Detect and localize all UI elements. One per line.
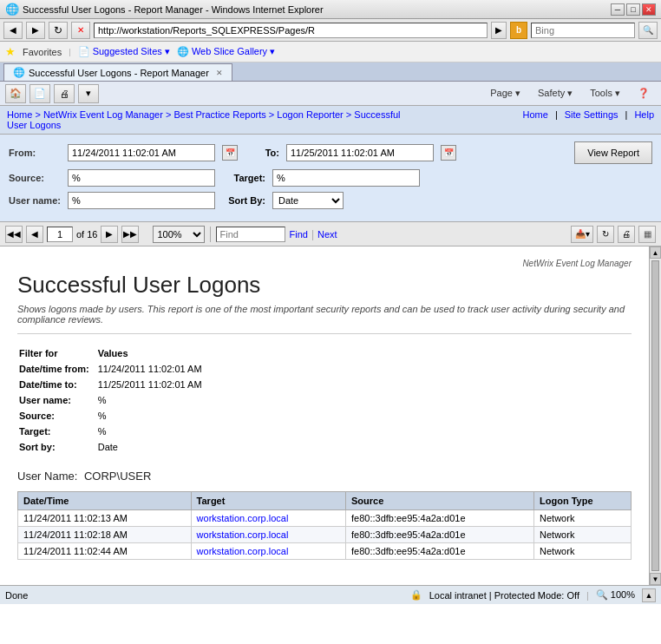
- target-link[interactable]: workstation.corp.local: [197, 546, 289, 556]
- breadcrumb-sep-1: >: [35, 109, 43, 120]
- breadcrumb-right-home[interactable]: Home: [523, 109, 548, 130]
- refresh-report-button[interactable]: ↻: [597, 226, 614, 243]
- active-tab[interactable]: 🌐 Successful User Logons - Report Manage…: [3, 63, 232, 81]
- address-input[interactable]: [94, 23, 488, 38]
- breadcrumb-right-sep1: |: [555, 109, 558, 130]
- breadcrumb-bpr[interactable]: Best Practice Reports: [173, 109, 265, 120]
- first-page-button[interactable]: ◀◀: [5, 226, 23, 243]
- toolbar-icons: 🏠 📄 🖨 ▾: [5, 84, 479, 103]
- username-input[interactable]: [68, 192, 215, 209]
- back-button[interactable]: ◀: [3, 22, 23, 39]
- search-button[interactable]: 🔍: [638, 22, 658, 39]
- next-link[interactable]: Next: [317, 229, 337, 240]
- target-input[interactable]: [272, 169, 420, 187]
- breadcrumb-logon-reporter[interactable]: Logon Reporter: [277, 109, 343, 120]
- cell-target: workstation.corp.local: [191, 510, 345, 527]
- col-header-target: Target: [191, 492, 345, 510]
- web-slice-link[interactable]: 🌐 Web Slice Gallery ▾: [177, 46, 275, 57]
- scrollbar-vertical[interactable]: ▲ ▼: [649, 246, 661, 585]
- breadcrumb-right-help[interactable]: Help: [634, 109, 654, 130]
- from-label: From:: [9, 148, 61, 158]
- target-link[interactable]: workstation.corp.local: [197, 529, 289, 540]
- to-input[interactable]: [286, 144, 434, 161]
- col-header-datetime: Date/Time: [18, 492, 192, 510]
- go-button[interactable]: ▶: [491, 22, 507, 39]
- maximize-button[interactable]: □: [626, 3, 640, 16]
- filter-col-header: Filter for: [19, 346, 96, 360]
- status-separator: |: [586, 590, 589, 601]
- filter-row-username-sort: User name: Sort By: Date User Name Sourc…: [9, 192, 652, 209]
- export-button[interactable]: 📥▾: [571, 226, 593, 243]
- safety-menu[interactable]: Safety ▾: [532, 86, 579, 101]
- scroll-thumb[interactable]: [651, 260, 659, 571]
- cell-datetime: 11/24/2011 11:02:18 AM: [18, 527, 192, 543]
- toolbar-separator: [210, 227, 211, 242]
- source-input[interactable]: [68, 169, 215, 187]
- cell-datetime: 11/24/2011 11:02:13 AM: [18, 510, 192, 527]
- filter-sortby-label: Sort by:: [19, 440, 96, 454]
- prev-page-button[interactable]: ◀: [26, 226, 43, 243]
- from-input[interactable]: [68, 144, 215, 161]
- refresh-button[interactable]: ↻: [49, 22, 68, 39]
- favorites-label[interactable]: Favorites: [23, 47, 62, 57]
- toolbar-icon-3[interactable]: 🖨: [54, 84, 75, 103]
- view-report-button[interactable]: View Report: [574, 141, 652, 164]
- stop-button[interactable]: ✕: [71, 22, 90, 39]
- last-page-button[interactable]: ▶▶: [121, 226, 139, 243]
- filter-datetime-to-value: 11/25/2011 11:02:01 AM: [98, 378, 209, 391]
- breadcrumb-right-sep2: |: [625, 109, 628, 130]
- title-bar: 🌐 Successful User Logons - Report Manage…: [0, 0, 661, 19]
- to-calendar-button[interactable]: 📅: [441, 145, 456, 161]
- filter-username-label: User name:: [19, 393, 96, 407]
- report-scroll-area[interactable]: NetWrix Event Log Manager Successful Use…: [0, 246, 649, 585]
- favorites-bar: ★ Favorites | 📄 Suggested Sites ▾ 🌐 Web …: [0, 42, 661, 62]
- find-link[interactable]: Find: [289, 229, 307, 240]
- status-zone: Local intranet | Protected Mode: Off: [429, 590, 579, 601]
- search-input[interactable]: [531, 23, 635, 38]
- cell-target: workstation.corp.local: [191, 527, 345, 543]
- sort-select[interactable]: Date User Name Source Target: [272, 192, 344, 209]
- find-input[interactable]: [216, 227, 285, 242]
- tab-close-icon[interactable]: ✕: [216, 69, 223, 77]
- table-row: 11/24/2011 11:02:44 AM workstation.corp.…: [18, 543, 632, 560]
- tools-menu[interactable]: Tools ▾: [584, 86, 626, 101]
- user-section: User Name: CORP\USER: [17, 470, 632, 483]
- col-header-logontype: Logon Type: [534, 492, 632, 510]
- close-button[interactable]: ✕: [642, 3, 656, 16]
- address-bar: ◀ ▶ ↻ ✕ ▶ b 🔍: [0, 19, 661, 42]
- forward-button[interactable]: ▶: [26, 22, 45, 39]
- breadcrumb-sep-3: >: [269, 109, 277, 120]
- minimize-button[interactable]: ─: [611, 3, 625, 16]
- page-number-input[interactable]: [47, 227, 73, 242]
- target-link[interactable]: workstation.corp.local: [197, 513, 289, 523]
- page-menu[interactable]: Page ▾: [484, 86, 527, 101]
- toolbar-icon-4[interactable]: ▾: [78, 84, 99, 103]
- scroll-down-button[interactable]: ▼: [650, 573, 661, 585]
- breadcrumb-netwrix[interactable]: NetWrix Event Log Manager: [43, 109, 163, 120]
- values-col-header: Values: [98, 346, 209, 360]
- from-calendar-button[interactable]: 📅: [222, 145, 238, 161]
- grid-button[interactable]: ▦: [638, 226, 656, 243]
- zoom-up-button[interactable]: ▲: [642, 588, 656, 602]
- filter-form: From: 📅 To: 📅 View Report Source: Target…: [0, 135, 661, 222]
- filter-summary-row: Date/time from: 11/24/2011 11:02:01 AM: [19, 362, 209, 376]
- cell-logontype: Network: [534, 527, 632, 543]
- toolbar-icon-1[interactable]: 🏠: [5, 84, 26, 103]
- user-name-prefix: User Name:: [17, 470, 77, 483]
- status-right: 🔒 Local intranet | Protected Mode: Off |…: [410, 588, 656, 602]
- help-button[interactable]: ❓: [632, 86, 656, 101]
- toolbar-icon-2[interactable]: 📄: [29, 84, 50, 103]
- breadcrumb-right-site-settings[interactable]: Site Settings: [565, 109, 618, 130]
- filter-summary-row: Date/time to: 11/25/2011 11:02:01 AM: [19, 378, 209, 391]
- next-page-button[interactable]: ▶: [101, 226, 118, 243]
- zoom-select[interactable]: 100% 75% 125% 150%: [153, 226, 205, 243]
- breadcrumb-home[interactable]: Home: [7, 109, 32, 120]
- window-controls[interactable]: ─ □ ✕: [611, 3, 656, 16]
- filter-summary-row: Target: %: [19, 424, 209, 438]
- breadcrumb-sep-2: >: [166, 109, 173, 120]
- tab-label: Successful User Logons - Report Manager: [29, 68, 209, 78]
- breadcrumb-right: Home | Site Settings | Help: [523, 109, 654, 130]
- suggested-sites-link[interactable]: 📄 Suggested Sites ▾: [78, 46, 170, 57]
- print-button[interactable]: 🖨: [618, 226, 635, 243]
- scroll-up-button[interactable]: ▲: [650, 246, 661, 259]
